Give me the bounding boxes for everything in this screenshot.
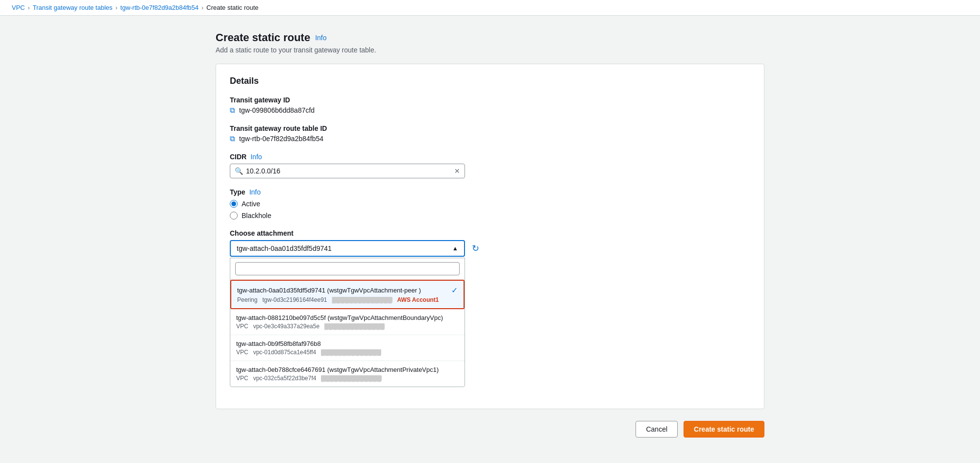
dropdown-item-1[interactable]: tgw-attach-0aa01d35fdf5d9741 (wstgwTgwVp… [230, 280, 465, 309]
attachment-select-row: tgw-attach-0aa01d35fdf5d9741 ▲ ↻ [230, 240, 750, 257]
rtb-id-label: Transit gateway route table ID [230, 124, 750, 132]
create-static-route-button[interactable]: Create static route [684, 421, 764, 438]
dropdown-item-2-id: tgw-attach-0881210be097d5c5f (wstgwTgwVp… [236, 314, 443, 321]
cidr-field: CIDR Info 🔍 ✕ [230, 153, 750, 178]
breadcrumb: VPC › Transit gateway route tables › tgw… [0, 0, 980, 16]
breadcrumb-sep-2: › [116, 4, 118, 11]
dropdown-item-2-blur: ██████████████ [324, 323, 385, 329]
breadcrumb-current: Create static route [206, 4, 258, 11]
breadcrumb-vpc[interactable]: VPC [12, 4, 25, 11]
cancel-button[interactable]: Cancel [636, 421, 678, 438]
page-subtitle: Add a static route to your transit gatew… [216, 46, 764, 54]
cidr-input-wrapper: 🔍 ✕ [230, 164, 465, 178]
page-title-row: Create static route Info [216, 31, 764, 44]
tgw-id-value-row: ⧉ tgw-099806b6dd8a87cfd [230, 106, 750, 115]
cidr-label: CIDR [230, 153, 246, 161]
cidr-label-row: CIDR Info [230, 153, 750, 161]
dropdown-item-3-title: tgw-attach-0b9f58fb8faf976b8 [236, 340, 459, 347]
type-info-link[interactable]: Info [249, 188, 261, 196]
breadcrumb-sep-1: › [28, 4, 30, 11]
rtb-id-value: tgw-rtb-0e7f82d9a2b84fb54 [239, 135, 323, 143]
rtb-id-field: Transit gateway route table ID ⧉ tgw-rtb… [230, 124, 750, 143]
dropdown-item-3-blur: ██████████████ [321, 349, 381, 355]
tgw-copy-icon[interactable]: ⧉ [230, 106, 235, 115]
page-info-link[interactable]: Info [315, 34, 326, 42]
dropdown-search-row: 🔍 [230, 258, 465, 280]
breadcrumb-rtb-id[interactable]: tgw-rtb-0e7f82d9a2b84fb54 [121, 4, 199, 11]
dropdown-item-1-account: AWS Account1 [397, 296, 439, 303]
dropdown-item-4-type: VPC [236, 375, 248, 382]
type-active-label: Active [242, 200, 260, 208]
dropdown-item-2[interactable]: tgw-attach-0881210be097d5c5f (wstgwTgwVp… [230, 309, 465, 335]
cidr-input[interactable] [230, 164, 465, 178]
dropdown-item-1-metaid: tgw-0d3c2196164f4ee91 [262, 296, 327, 303]
type-radio-group: Active Blackhole [230, 200, 750, 219]
tgw-id-value: tgw-099806b6dd8a87cfd [239, 106, 315, 114]
type-blackhole-option[interactable]: Blackhole [230, 212, 750, 219]
dropdown-item-3-metaid: vpc-01d0d875ca1e45ff4 [253, 349, 317, 356]
cidr-clear-icon[interactable]: ✕ [454, 167, 460, 175]
dropdown-item-1-blur: ██████████████ [332, 297, 392, 303]
dropdown-item-2-metaid: vpc-0e3c49a337a29ea5e [253, 323, 319, 330]
attachment-refresh-icon[interactable]: ↻ [472, 243, 479, 254]
tgw-id-label: Transit gateway ID [230, 96, 750, 104]
page-header: Create static route Info Add a static ro… [216, 31, 764, 54]
attachment-dropdown: 🔍 tgw-attach-0aa01d35fdf5d9741 (wstgwTgw… [230, 258, 465, 387]
attachment-arrow-icon: ▲ [452, 245, 458, 252]
breadcrumb-sep-3: › [201, 4, 203, 11]
dropdown-item-3-id: tgw-attach-0b9f58fb8faf976b8 [236, 340, 321, 347]
type-blackhole-label: Blackhole [242, 212, 271, 219]
dropdown-item-4[interactable]: tgw-attach-0eb788cfce6467691 (wstgwTgwVp… [230, 361, 465, 387]
attachment-selected-value: tgw-attach-0aa01d35fdf5d9741 [237, 244, 332, 252]
dropdown-item-1-id: tgw-attach-0aa01d35fdf5d9741 (wstgwTgwVp… [237, 287, 421, 294]
type-blackhole-radio[interactable] [230, 212, 238, 219]
rtb-copy-icon[interactable]: ⧉ [230, 134, 235, 143]
type-label-row: Type Info [230, 188, 750, 196]
dropdown-item-4-meta: VPC vpc-032c5a5f22d3be7f4 ██████████████ [236, 375, 459, 382]
details-panel: Details Transit gateway ID ⧉ tgw-099806b… [216, 64, 764, 409]
type-active-radio[interactable] [230, 200, 238, 208]
page-title: Create static route [216, 31, 310, 44]
dropdown-item-2-title: tgw-attach-0881210be097d5c5f (wstgwTgwVp… [236, 314, 459, 321]
dropdown-item-1-check: ✓ [451, 286, 458, 295]
breadcrumb-route-tables[interactable]: Transit gateway route tables [33, 4, 113, 11]
dropdown-search-wrapper: 🔍 [235, 262, 460, 275]
attachment-field: Choose attachment tgw-attach-0aa01d35fdf… [230, 229, 750, 387]
dropdown-item-2-type: VPC [236, 323, 248, 330]
dropdown-item-1-type: Peering [237, 296, 257, 303]
dropdown-item-1-meta: Peering tgw-0d3c2196164f4ee91 ██████████… [237, 296, 458, 303]
dropdown-item-3-type: VPC [236, 349, 248, 356]
cidr-info-link[interactable]: Info [250, 153, 262, 161]
dropdown-item-1-title: tgw-attach-0aa01d35fdf5d9741 (wstgwTgwVp… [237, 286, 458, 295]
panel-title: Details [230, 76, 750, 86]
attachment-select-box[interactable]: tgw-attach-0aa01d35fdf5d9741 ▲ [230, 240, 465, 257]
dropdown-search-input[interactable] [235, 262, 460, 275]
dropdown-item-4-title: tgw-attach-0eb788cfce6467691 (wstgwTgwVp… [236, 366, 459, 373]
main-content: Create static route Info Add a static ro… [196, 16, 784, 453]
dropdown-item-2-meta: VPC vpc-0e3c49a337a29ea5e ██████████████ [236, 323, 459, 330]
attachment-label: Choose attachment [230, 229, 750, 237]
tgw-id-field: Transit gateway ID ⧉ tgw-099806b6dd8a87c… [230, 96, 750, 115]
type-field: Type Info Active Blackhole [230, 188, 750, 219]
action-row: Cancel Create static route [216, 421, 764, 438]
dropdown-item-4-blur: ██████████████ [321, 375, 381, 381]
dropdown-item-4-metaid: vpc-032c5a5f22d3be7f4 [253, 375, 317, 382]
dropdown-item-3[interactable]: tgw-attach-0b9f58fb8faf976b8 VPC vpc-01d… [230, 335, 465, 361]
dropdown-item-4-id: tgw-attach-0eb788cfce6467691 (wstgwTgwVp… [236, 366, 439, 373]
type-label: Type [230, 188, 245, 196]
type-active-option[interactable]: Active [230, 200, 750, 208]
rtb-id-value-row: ⧉ tgw-rtb-0e7f82d9a2b84fb54 [230, 134, 750, 143]
dropdown-item-3-meta: VPC vpc-01d0d875ca1e45ff4 ██████████████ [236, 349, 459, 356]
